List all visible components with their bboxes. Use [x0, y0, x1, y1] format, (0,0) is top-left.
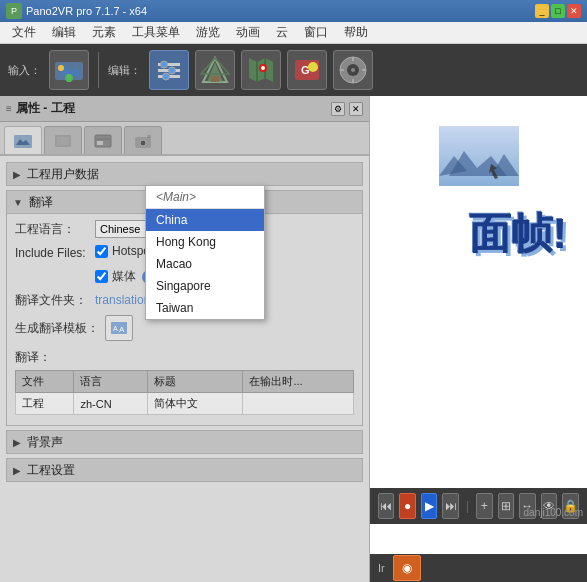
watermark: danji100.com [524, 507, 583, 518]
project-settings-arrow: ▶ [13, 465, 21, 476]
user-data-header[interactable]: ▶ 工程用户数据 [6, 162, 363, 186]
svg-rect-41 [439, 126, 519, 186]
user-data-title: 工程用户数据 [27, 166, 99, 183]
camera-tab-icon [133, 131, 153, 151]
play-btn[interactable]: ▶ [421, 493, 437, 519]
translation-arrow: ▼ [13, 197, 23, 208]
svg-marker-36 [147, 135, 151, 138]
edit-btn-video[interactable] [333, 50, 373, 90]
svg-point-10 [163, 73, 170, 80]
main-area: ≡ 属性 - 工程 ⚙ ✕ [0, 96, 587, 582]
translation-table: 文件 语言 标题 在输出时... 工程 zh-CN 简体中文 [15, 370, 354, 415]
menu-bar: 文件 编辑 元素 工具菜单 游览 动画 云 窗口 帮助 [0, 22, 587, 44]
svg-point-20 [308, 62, 318, 72]
svg-point-23 [351, 68, 355, 72]
menu-help[interactable]: 帮助 [336, 22, 376, 43]
right-bottom-toolbar: ⏮ ● ▶ ⏭ | + ⊞ ↔ 👁 🔒 [370, 488, 587, 524]
generate-template-btn[interactable]: A A [105, 315, 133, 341]
edit-btn-sliders[interactable] [149, 50, 189, 90]
dropdown-item-hongkong[interactable]: Hong Kong [146, 231, 264, 253]
generate-template-label: 生成翻译模板： [15, 320, 99, 337]
input-btn[interactable] [49, 50, 89, 90]
menu-tour[interactable]: 游览 [188, 22, 228, 43]
window-title: Pano2VR pro 7.1.7 - x64 [26, 5, 535, 17]
svg-rect-28 [14, 135, 32, 148]
svg-point-17 [261, 66, 265, 70]
dropdown-item-main[interactable]: <Main> [146, 186, 264, 209]
svg-rect-34 [97, 141, 103, 145]
card-tab-icon [93, 131, 113, 151]
panel-close-btn[interactable]: ✕ [349, 102, 363, 116]
menu-tools[interactable]: 工具菜单 [124, 22, 188, 43]
panel-controls: ⚙ ✕ [331, 102, 363, 116]
cell-output [243, 393, 354, 415]
dropdown-item-macao[interactable]: Macao [146, 253, 264, 275]
skin-icon: G [291, 54, 323, 86]
input-scene-icon [53, 54, 85, 86]
translate-icon: A A [109, 318, 129, 338]
title-bar: P Pano2VR pro 7.1.7 - x64 _ □ ✕ [0, 0, 587, 22]
dropdown-item-taiwan[interactable]: Taiwan [146, 297, 264, 319]
left-panel: ≡ 属性 - 工程 ⚙ ✕ [0, 96, 370, 582]
bg-sound-title: 背景声 [27, 434, 63, 451]
menu-edit[interactable]: 编辑 [44, 22, 84, 43]
bg-sound-arrow: ▶ [13, 437, 21, 448]
svg-rect-31 [57, 137, 69, 145]
toolbar-separator-1 [98, 52, 99, 88]
play-last-btn[interactable]: ⏭ [442, 493, 458, 519]
tab-tour[interactable] [44, 126, 82, 154]
menu-elements[interactable]: 元素 [84, 22, 124, 43]
ir-label: Ir [378, 562, 385, 574]
status-bar: Ir ◉ [370, 554, 587, 582]
tab-camera[interactable] [124, 126, 162, 154]
language-dropdown: <Main> China Hong Kong Macao Singapore T… [145, 185, 265, 320]
play-first-btn[interactable]: ⏮ [378, 493, 394, 519]
col-file: 文件 [16, 371, 74, 393]
project-settings-title: 工程设置 [27, 462, 75, 479]
cell-file: 工程 [16, 393, 74, 415]
edit-btn-skin[interactable]: G [287, 50, 327, 90]
panel-header: ≡ 属性 - 工程 ⚙ ✕ [0, 96, 369, 122]
edit-label: 编辑： [108, 63, 141, 78]
col-lang: 语言 [74, 371, 148, 393]
col-output: 在输出时... [243, 371, 354, 393]
lang-value: Chinese [100, 223, 140, 235]
settings-btn-2[interactable]: + [476, 493, 492, 519]
orange-btn[interactable]: ◉ [393, 555, 421, 581]
tabs-bar [0, 122, 369, 156]
media-checkbox[interactable] [95, 270, 108, 283]
dropdown-item-singapore[interactable]: Singapore [146, 275, 264, 297]
tab-card[interactable] [84, 126, 122, 154]
record-btn[interactable]: ● [399, 493, 415, 519]
panel-settings-btn[interactable]: ⚙ [331, 102, 345, 116]
user-data-arrow: ▶ [13, 169, 21, 180]
bg-sound-header[interactable]: ▶ 背景声 [6, 430, 363, 454]
maximize-button[interactable]: □ [551, 4, 565, 18]
menu-cloud[interactable]: 云 [268, 22, 296, 43]
sliders-icon [154, 55, 184, 85]
hotspots-checkbox[interactable] [95, 245, 108, 258]
include-files-label: Include Files: [15, 246, 95, 260]
svg-point-8 [161, 61, 168, 68]
menu-window[interactable]: 窗口 [296, 22, 336, 43]
media-label: 媒体 [112, 268, 136, 285]
panel-header-icon: ≡ [6, 103, 12, 114]
menu-file[interactable]: 文件 [4, 22, 44, 43]
edit-btn-tour[interactable] [195, 50, 235, 90]
menu-animation[interactable]: 动画 [228, 22, 268, 43]
main-toolbar: 输入： 编辑： [0, 44, 587, 96]
col-title: 标题 [148, 371, 243, 393]
preview-text-area: 面帧! [469, 206, 567, 262]
edit-btn-map[interactable] [241, 50, 281, 90]
grid-btn[interactable]: ⊞ [498, 493, 514, 519]
dropdown-item-china[interactable]: China [146, 209, 264, 231]
tab-scene[interactable] [4, 126, 42, 154]
project-settings-header[interactable]: ▶ 工程设置 [6, 458, 363, 482]
map-icon [245, 54, 277, 86]
minimize-button[interactable]: _ [535, 4, 549, 18]
table-header-row: 文件 语言 标题 在输出时... [16, 371, 354, 393]
svg-text:A: A [113, 325, 118, 332]
close-button[interactable]: ✕ [567, 4, 581, 18]
panel-title: 属性 - 工程 [16, 100, 75, 117]
translation-section-label: 翻译： [15, 349, 354, 366]
